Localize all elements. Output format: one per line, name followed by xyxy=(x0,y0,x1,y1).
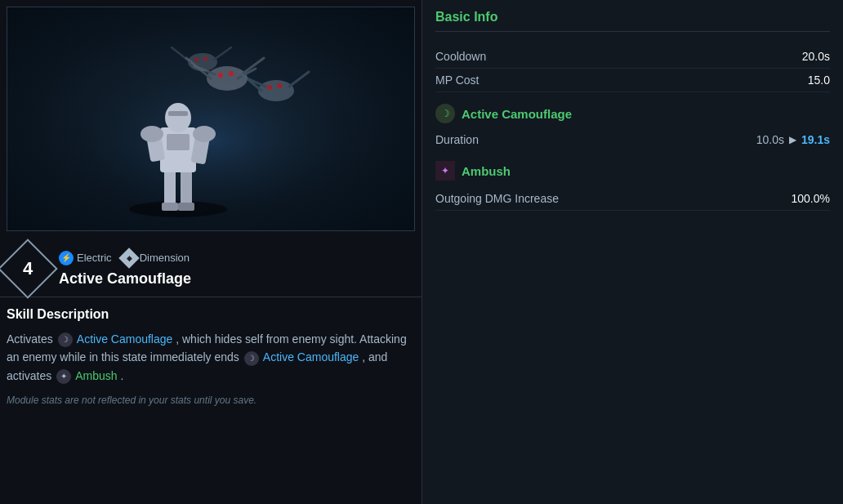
svg-point-25 xyxy=(267,85,272,90)
duration-improved: 19.1s xyxy=(801,133,830,146)
svg-rect-3 xyxy=(181,168,192,205)
electric-icon: ⚡ xyxy=(59,251,74,265)
ambush-dmg-row: Outgoing DMG Increase 100.0% xyxy=(435,187,830,211)
basic-info-title: Basic Info xyxy=(435,10,830,32)
stat-row-cooldown: Cooldown 20.0s xyxy=(435,45,830,69)
svg-point-8 xyxy=(165,103,191,132)
ambush-section-icon: ✦ xyxy=(435,161,455,181)
skill-image xyxy=(7,7,415,231)
svg-rect-5 xyxy=(178,203,194,211)
svg-point-20 xyxy=(229,71,234,76)
duration-arrow-icon: ▶ xyxy=(789,134,796,145)
tag-electric: ⚡ Electric xyxy=(59,251,112,265)
svg-point-26 xyxy=(277,83,282,88)
active-camouflage-icon-2: ☽ xyxy=(244,351,259,366)
desc-link2[interactable]: Active Camouflage xyxy=(263,350,359,364)
svg-rect-4 xyxy=(162,203,178,211)
duration-label: Duration xyxy=(435,133,479,146)
ambush-dmg-label: Outgoing DMG Increase xyxy=(435,192,559,205)
tag-dimension: ◆ Dimension xyxy=(122,251,190,265)
left-panel: 4 ⚡ Electric ◆ Dimension Active Camoufla… xyxy=(0,0,422,504)
svg-rect-9 xyxy=(168,111,188,116)
svg-point-13 xyxy=(193,126,216,142)
svg-point-31 xyxy=(204,56,208,60)
skill-name: Active Camouflage xyxy=(59,270,191,288)
svg-rect-2 xyxy=(164,168,176,205)
svg-point-12 xyxy=(140,126,163,142)
stat-cooldown-label: Cooldown xyxy=(435,50,486,63)
active-camouflage-section-icon: ☽ xyxy=(435,104,455,123)
skill-tags: ⚡ Electric ◆ Dimension Active Camouflage xyxy=(59,251,191,288)
dimension-icon: ◆ xyxy=(118,248,139,268)
right-panel: Basic Info Cooldown 20.0s MP Cost 15.0 ☽… xyxy=(422,0,843,504)
module-note: Module stats are not reflected in your s… xyxy=(7,395,415,406)
skill-level: 4 xyxy=(23,258,33,279)
ambush-dmg-value: 100.0% xyxy=(792,192,830,205)
ambush-section-title: Ambush xyxy=(462,164,511,178)
active-camouflage-icon-1: ☽ xyxy=(58,332,73,347)
skill-info-bar: 4 ⚡ Electric ◆ Dimension Active Camoufla… xyxy=(0,238,422,297)
desc-link1[interactable]: Active Camouflage xyxy=(77,332,173,346)
skill-visual xyxy=(15,13,407,225)
tag-dimension-label: Dimension xyxy=(140,252,190,264)
skill-description-section: Skill Description Activates ☽ Active Cam… xyxy=(0,297,422,416)
skill-level-diamond: 4 xyxy=(0,239,58,299)
desc-part1: Activates xyxy=(7,332,56,346)
svg-point-14 xyxy=(207,66,248,91)
svg-point-21 xyxy=(258,80,294,101)
svg-rect-0 xyxy=(15,13,407,225)
stat-mpcost-value: 15.0 xyxy=(808,74,830,87)
svg-rect-7 xyxy=(167,134,190,150)
duration-row: Duration 10.0s ▶ 19.1s xyxy=(435,130,830,149)
stat-cooldown-value: 20.0s xyxy=(802,50,830,63)
skill-desc-title: Skill Description xyxy=(7,307,415,322)
desc-part4: . xyxy=(121,369,124,382)
duration-values: 10.0s ▶ 19.1s xyxy=(756,133,830,146)
ambush-section-header: ✦ Ambush xyxy=(435,161,830,181)
duration-base: 10.0s xyxy=(756,133,784,146)
stat-row-mpcost: MP Cost 15.0 xyxy=(435,69,830,92)
active-camouflage-section-title: Active Camouflage xyxy=(462,107,572,121)
svg-point-19 xyxy=(218,73,223,78)
tag-electric-label: Electric xyxy=(77,252,112,264)
stat-mpcost-label: MP Cost xyxy=(435,74,479,87)
skill-description-text: Activates ☽ Active Camouflage , which hi… xyxy=(7,330,415,385)
svg-point-27 xyxy=(188,53,217,71)
ambush-inline-icon: ✦ xyxy=(56,369,71,384)
skill-type-row: ⚡ Electric ◆ Dimension xyxy=(59,251,191,265)
desc-link3[interactable]: Ambush xyxy=(75,369,117,382)
svg-point-30 xyxy=(195,57,199,61)
active-camouflage-section-header: ☽ Active Camouflage xyxy=(435,104,830,123)
